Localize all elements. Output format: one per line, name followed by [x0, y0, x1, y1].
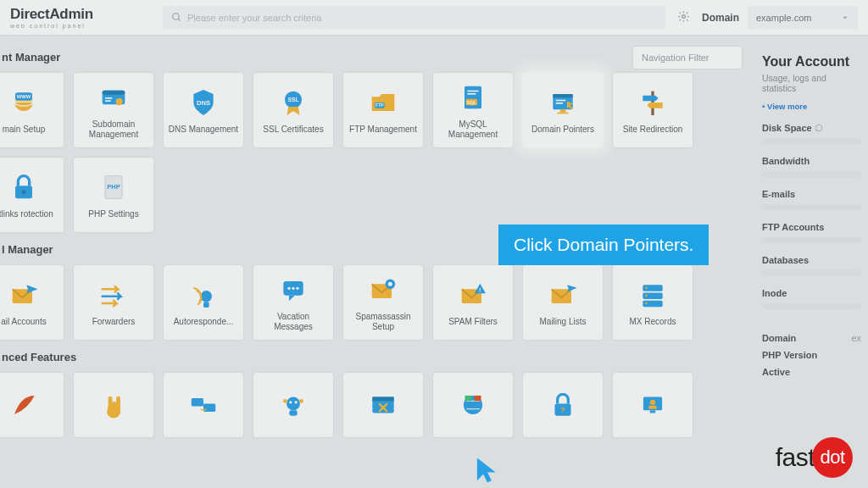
- svg-rect-28: [557, 112, 568, 114]
- tile-advanced-3[interactable]: [163, 372, 244, 438]
- stat-bar: [762, 237, 861, 243]
- sidebar: Your Account Usage, logs and statistics …: [754, 46, 868, 448]
- svg-rect-25: [556, 99, 566, 101]
- svg-rect-20: [467, 93, 476, 95]
- svg-point-43: [388, 281, 392, 286]
- tile-mx-records[interactable]: MX Records: [612, 264, 693, 341]
- svg-point-51: [645, 294, 648, 297]
- svg-rect-54: [203, 403, 215, 412]
- tile-advanced-5[interactable]: [342, 372, 424, 438]
- svg-point-57: [295, 401, 298, 403]
- tiles-advanced: ?: [0, 372, 754, 438]
- tile-dns-management[interactable]: DNS DNS Management: [163, 72, 244, 148]
- envelope-warn-icon: !: [456, 278, 490, 312]
- tile-ssl-certificates[interactable]: SSL SSL Certificates: [253, 72, 334, 148]
- tile-spam-filters[interactable]: ! SPAM Filters: [432, 264, 514, 341]
- svg-rect-18: [465, 86, 481, 108]
- logo-prefix: fast: [776, 443, 815, 472]
- tile-site-redirection[interactable]: Site Redirection: [612, 72, 693, 148]
- tile-subdomain-management[interactable]: Subdomain Management: [73, 72, 154, 148]
- view-more-link[interactable]: • View more: [762, 102, 861, 111]
- tile-mailing-lists[interactable]: Mailing Lists: [522, 264, 604, 341]
- nav-filter-placeholder: Navigation Filter: [642, 53, 709, 63]
- autoresponder-icon: [186, 278, 220, 312]
- svg-text:SSL: SSL: [288, 97, 299, 103]
- tile-advanced-8[interactable]: [612, 372, 693, 438]
- nav-filter-input[interactable]: Navigation Filter: [632, 46, 743, 69]
- tile-label: PHP Settings: [88, 209, 138, 220]
- svg-point-0: [173, 14, 180, 20]
- svg-rect-10: [105, 97, 112, 99]
- tiles-mail: ail Accounts Forwarders Autoresponde... …: [0, 264, 754, 341]
- tile-ftp-management[interactable]: FTP FTP Management: [342, 72, 424, 148]
- tile-label: ail Accounts: [1, 317, 46, 328]
- tile-advanced-6[interactable]: [432, 372, 514, 438]
- svg-point-31: [22, 190, 26, 194]
- lock-q-icon: ?: [546, 388, 580, 422]
- svg-text:PHP: PHP: [107, 182, 120, 190]
- tile-label: Forwarders: [92, 317, 136, 328]
- tiles-account: WWW main Setup Subdomain Management DNS …: [0, 72, 754, 233]
- stat-bar: [762, 138, 861, 144]
- two-pc-icon: [186, 388, 220, 422]
- stat-label: E-mails: [762, 189, 861, 199]
- envelope-gear-icon: [366, 273, 400, 307]
- domain-select[interactable]: example.com: [748, 6, 858, 30]
- tile-forwarders[interactable]: Forwarders: [73, 264, 154, 341]
- tile-php-settings[interactable]: PHP PHP Settings: [73, 157, 154, 233]
- svg-point-50: [645, 286, 648, 289]
- svg-point-39: [292, 286, 294, 289]
- domain-label: Domain: [702, 12, 739, 24]
- tile-label: SPAM Filters: [448, 317, 498, 328]
- tile-advanced-1[interactable]: [0, 372, 64, 438]
- svg-rect-65: [475, 396, 481, 401]
- tile-advanced-4[interactable]: [253, 372, 334, 438]
- tile-label: Subdomain Management: [77, 119, 150, 141]
- svg-point-55: [287, 397, 300, 411]
- bot-icon: [276, 388, 310, 422]
- ftp-folder-icon: FTP: [366, 86, 400, 119]
- tile-hotlinks-protection[interactable]: otlinks rotection: [0, 157, 64, 233]
- refresh-icon[interactable]: [815, 124, 823, 132]
- tile-label: Site Redirection: [623, 125, 683, 136]
- stat-bar: [762, 204, 861, 210]
- forward-arrows-icon: [97, 278, 131, 312]
- svg-point-60: [299, 399, 303, 403]
- tile-domain-pointers[interactable]: Domain Pointers: [522, 72, 604, 148]
- tile-advanced-2[interactable]: [73, 372, 154, 438]
- tile-autoresponders[interactable]: Autoresponde...: [163, 264, 244, 341]
- svg-point-38: [287, 286, 290, 289]
- svg-rect-62: [372, 397, 393, 402]
- tile-email-accounts[interactable]: ail Accounts: [0, 264, 64, 341]
- tile-spamassassin[interactable]: Spamassassin Setup: [342, 264, 424, 341]
- svg-rect-64: [465, 396, 472, 401]
- svg-rect-11: [105, 100, 111, 102]
- dns-shield-icon: DNS: [186, 86, 220, 119]
- brand-subtitle: web control panel: [10, 23, 163, 29]
- svg-rect-70: [648, 406, 657, 409]
- sidebar-info: Domainex PHP Version Active: [762, 326, 861, 377]
- tile-advanced-7[interactable]: ?: [522, 372, 604, 438]
- gear-icon[interactable]: [677, 10, 690, 25]
- fastdot-logo: fastdot: [776, 437, 853, 478]
- stat-label: Bandwidth: [762, 156, 861, 166]
- feather-icon: [7, 388, 41, 422]
- svg-rect-71: [650, 410, 655, 413]
- tile-label: Autoresponde...: [174, 317, 234, 328]
- globe-www-icon: WWW: [7, 86, 41, 119]
- svg-point-40: [296, 286, 298, 289]
- search-input[interactable]: Please enter your search criteria: [163, 6, 665, 30]
- svg-rect-58: [289, 410, 298, 415]
- stat-disk-space: Disk Space: [762, 123, 861, 144]
- tile-mysql-management[interactable]: SQL MySQL Management: [432, 72, 514, 148]
- stat-label: Disk Space: [762, 123, 812, 133]
- stat-ftp: FTP Accounts: [762, 222, 861, 243]
- tile-domain-setup[interactable]: WWW main Setup: [0, 72, 64, 148]
- tile-label: Domain Pointers: [531, 125, 594, 136]
- stat-bandwidth: Bandwidth: [762, 156, 861, 177]
- tile-vacation-messages[interactable]: Vacation Messages: [253, 264, 334, 341]
- svg-point-2: [682, 14, 686, 18]
- svg-rect-53: [192, 398, 203, 407]
- svg-point-35: [201, 291, 212, 302]
- chevron-down-icon: [841, 14, 849, 22]
